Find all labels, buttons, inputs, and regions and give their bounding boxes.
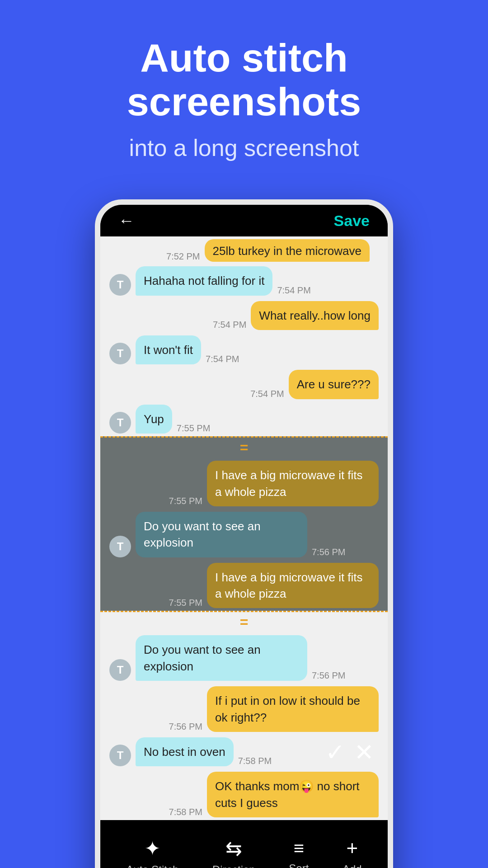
timestamp: 7:55 PM	[169, 598, 202, 608]
reject-button[interactable]: ✕	[354, 739, 374, 766]
timestamp: 7:55 PM	[177, 423, 210, 434]
timestamp: 7:58 PM	[169, 807, 202, 817]
timestamp: 7:54 PM	[206, 354, 239, 364]
sort-icon: ≡	[294, 838, 304, 859]
stitch-indicator: =	[100, 438, 388, 458]
stitch-icon: =	[240, 439, 249, 456]
bubble-received: It won't fit	[136, 335, 201, 364]
timestamp: 7:56 PM	[312, 670, 345, 681]
timestamp: 7:52 PM	[166, 251, 200, 262]
accept-button[interactable]: ✓	[325, 739, 345, 766]
avatar: T	[109, 274, 131, 296]
toolbar-add[interactable]: + Add	[343, 837, 362, 868]
msg-row-overlap: I have a big microwave it fits a whole p…	[100, 560, 388, 611]
bubble-received: Do you want to see an explosion	[136, 635, 307, 681]
timestamp: 7:54 PM	[277, 285, 310, 296]
header-section: Auto stitch screenshots into a long scre…	[0, 0, 488, 190]
avatar: T	[109, 536, 131, 557]
msg-row-overlap: T Do you want to see an explosion 7:56 P…	[100, 509, 388, 560]
msg-row: Are u sure??? 7:54 PM	[100, 367, 388, 401]
timestamp: 7:55 PM	[169, 496, 202, 506]
timestamp: 7:56 PM	[312, 547, 345, 557]
bubble-overlap-sent: I have a big microwave it fits a whole p…	[207, 563, 379, 609]
msg-row: T Yup 7:55 PM	[100, 402, 388, 436]
msg-row: T It won't fit 7:54 PM	[100, 333, 388, 367]
direction-icon: ⇆	[225, 837, 242, 860]
phone-container: ← Save 7:52 PM 25lb turkey in the microw…	[0, 199, 488, 868]
timestamp: 7:58 PM	[238, 756, 272, 766]
save-button[interactable]: Save	[334, 212, 370, 230]
sort-label: Sort	[289, 862, 309, 868]
direction-label: Direction	[212, 863, 255, 868]
timestamp: 7:54 PM	[213, 320, 246, 330]
avatar: T	[109, 343, 131, 364]
msg-row: What really..how long 7:54 PM	[100, 298, 388, 333]
bubble-sent: Are u sure???	[289, 370, 379, 399]
phone-topbar: ← Save	[100, 205, 388, 236]
avatar: T	[109, 659, 131, 681]
auto-stitch-icon: ✦	[144, 837, 161, 860]
action-buttons: ✓ ✕	[325, 739, 374, 766]
msg-row-overlap: I have a big microwave it fits a whole p…	[100, 458, 388, 509]
bubble-sent: OK thanks mom😜 no short cuts I guess	[207, 772, 379, 817]
partial-top-msg: 7:52 PM 25lb turkey in the microwave	[109, 239, 379, 264]
bubble-received: Yup	[136, 405, 172, 434]
msg-row: OK thanks mom😜 no short cuts I guess 7:5…	[100, 769, 388, 820]
header-subtitle: into a long screenshot	[27, 133, 461, 164]
msg-row: If i put in on low it should be ok right…	[100, 684, 388, 735]
avatar: T	[109, 745, 131, 766]
back-button[interactable]: ←	[118, 211, 135, 230]
add-label: Add	[343, 863, 362, 868]
partial-bubble: 25lb turkey in the microwave	[205, 239, 370, 262]
auto-stitch-label: Auto Stitch	[126, 863, 178, 868]
bubble-overlap-sent: I have a big microwave it fits a whole p…	[207, 461, 379, 506]
bubble-sent: If i put in on low it should be ok right…	[207, 686, 379, 732]
add-icon: +	[346, 837, 358, 859]
toolbar-direction[interactable]: ⇆ Direction	[212, 837, 255, 868]
timestamp: 7:56 PM	[169, 722, 202, 732]
bubble-sent: What really..how long	[251, 301, 379, 330]
toolbar-auto-stitch[interactable]: ✦ Auto Stitch	[126, 837, 178, 868]
bubble-received: No best in oven	[136, 737, 234, 766]
phone-mockup: ← Save 7:52 PM 25lb turkey in the microw…	[95, 199, 393, 868]
avatar: T	[109, 412, 131, 434]
msg-row: T Hahaha not falling for it 7:54 PM	[100, 264, 388, 298]
bubble-overlap-received: Do you want to see an explosion	[136, 512, 307, 557]
toolbar-sort[interactable]: ≡ Sort	[289, 838, 309, 868]
toolbar: ✦ Auto Stitch ⇆ Direction ≡ Sort + Add	[100, 820, 388, 868]
timestamp: 7:54 PM	[250, 389, 284, 399]
bubble-received: Hahaha not falling for it	[136, 266, 272, 295]
chat-area: 7:52 PM 25lb turkey in the microwave T H…	[100, 236, 388, 820]
msg-row: T Do you want to see an explosion 7:56 P…	[100, 632, 388, 684]
stitch-icon-2: =	[240, 614, 249, 631]
stitch-indicator-2: =	[100, 612, 388, 632]
header-title: Auto stitch screenshots	[27, 36, 461, 124]
